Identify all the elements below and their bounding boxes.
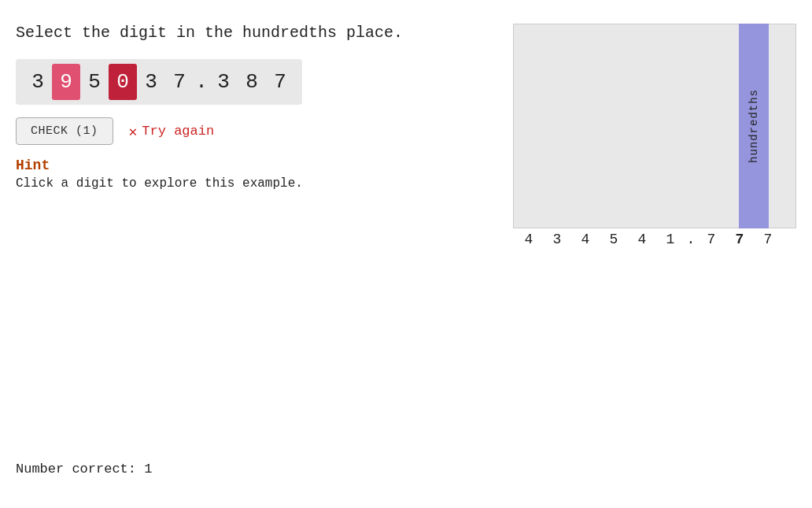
hint-section: Hint Click a digit to explore this examp…	[16, 158, 482, 191]
number-correct: Number correct: 1	[16, 462, 152, 476]
hint-text: Click a digit to explore this example.	[16, 176, 482, 191]
digit-cell-1[interactable]: 9	[52, 64, 80, 100]
main-container: Select the digit in the hundredths place…	[0, 0, 812, 263]
digit-cell-0[interactable]: 3	[24, 64, 52, 100]
hint-title: Hint	[16, 158, 482, 173]
digit-cell-3[interactable]: 0	[109, 64, 137, 100]
chart-digit-7: 7	[697, 232, 725, 247]
try-again-message: ✕ Try again	[129, 123, 215, 140]
digit-cell-4[interactable]: 3	[137, 64, 165, 100]
digit-cell-9[interactable]: 7	[266, 64, 294, 100]
right-section: hundredths 434541.777	[513, 24, 796, 247]
x-icon: ✕	[129, 123, 138, 140]
chart-digit-9: 7	[754, 232, 782, 247]
digit-row: 395037.387	[16, 59, 302, 105]
chart-digit-0: 4	[515, 232, 543, 247]
digit-cell-6: .	[194, 64, 209, 100]
check-row: CHECK (1) ✕ Try again	[16, 117, 482, 145]
number-correct-label: Number correct: 1	[16, 462, 152, 476]
chart-column-label-text: hundredths	[747, 89, 760, 163]
check-button[interactable]: CHECK (1)	[16, 117, 113, 145]
chart-digits-row: 434541.777	[513, 232, 782, 247]
digit-cell-7[interactable]: 3	[209, 64, 238, 100]
digit-cell-8[interactable]: 8	[238, 64, 266, 100]
digit-cell-2[interactable]: 5	[80, 64, 109, 100]
chart-container: hundredths	[513, 24, 796, 228]
chart-digit-8: 7	[725, 232, 754, 247]
chart-digit-1: 3	[543, 232, 571, 247]
chart-column-label: hundredths	[739, 24, 769, 228]
chart-digit-2: 4	[571, 232, 600, 247]
chart-digit-6: .	[685, 232, 697, 247]
chart-digit-5: 1	[656, 232, 685, 247]
digit-cell-5[interactable]: 7	[165, 64, 194, 100]
chart-digit-3: 5	[600, 232, 628, 247]
instruction: Select the digit in the hundredths place…	[16, 24, 482, 42]
left-section: Select the digit in the hundredths place…	[16, 24, 482, 247]
chart-digit-4: 4	[628, 232, 656, 247]
try-again-label[interactable]: Try again	[142, 124, 214, 139]
